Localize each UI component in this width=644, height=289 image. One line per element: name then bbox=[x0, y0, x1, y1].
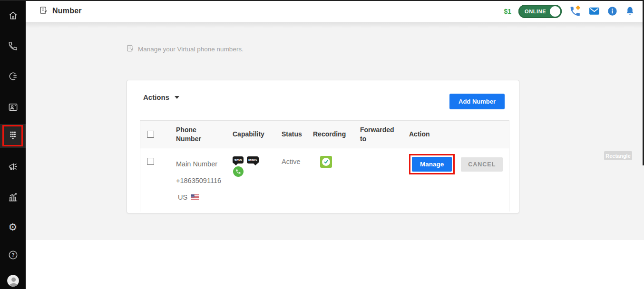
online-status-label: ONLINE bbox=[525, 9, 546, 14]
recording-cell bbox=[312, 148, 359, 212]
column-action: Action bbox=[409, 130, 430, 139]
subtitle-page-icon bbox=[126, 44, 134, 54]
help-icon: ? bbox=[8, 250, 19, 260]
sidebar-item-home[interactable] bbox=[0, 4, 26, 27]
rectangle-tool-tooltip: Rectangle bbox=[604, 151, 632, 160]
info-icon[interactable] bbox=[607, 6, 617, 16]
recording-enabled-icon[interactable] bbox=[320, 156, 332, 168]
sidebar-item-campaigns[interactable] bbox=[0, 155, 26, 178]
account-balance[interactable]: $1 bbox=[504, 8, 511, 15]
mms-capability-icon: MMS bbox=[247, 156, 259, 164]
call-history-icon bbox=[8, 71, 19, 82]
messages-icon[interactable] bbox=[588, 5, 600, 17]
dialpad-icon bbox=[8, 130, 18, 142]
sidebar-item-contacts[interactable] bbox=[0, 96, 26, 118]
avatar bbox=[7, 274, 20, 287]
capability-cell: sms MMS bbox=[231, 148, 278, 212]
manage-button[interactable]: Manage bbox=[412, 157, 452, 172]
chevron-down-icon bbox=[175, 96, 179, 99]
subtitle-text: Manage your Virtual phone numbers. bbox=[138, 46, 244, 53]
column-status: Status bbox=[282, 130, 302, 139]
window-top-border bbox=[0, 0, 644, 1]
column-recording: Recording bbox=[313, 130, 346, 139]
table-header-row: Phone Number Capability Status Recording… bbox=[140, 121, 509, 148]
sidebar-item-help[interactable]: ? bbox=[0, 243, 26, 266]
number-value: +18635091116 bbox=[176, 173, 231, 189]
status-cell: Active bbox=[278, 148, 312, 212]
sms-capability-icon: sms bbox=[233, 156, 244, 164]
forwarded-to-cell bbox=[359, 148, 408, 212]
megaphone-icon bbox=[7, 161, 19, 173]
dialer-phone-icon[interactable] bbox=[569, 5, 581, 18]
home-icon bbox=[8, 10, 19, 21]
svg-text:?: ? bbox=[11, 252, 14, 257]
us-flag-icon bbox=[191, 189, 199, 206]
actions-dropdown[interactable]: Actions bbox=[143, 93, 179, 101]
table-row: Main Number +18635091116 US bbox=[140, 148, 509, 212]
action-cell: Manage CANCEL bbox=[408, 148, 509, 212]
page-subtitle: Manage your Virtual phone numbers. bbox=[126, 44, 244, 54]
row-checkbox[interactable] bbox=[147, 158, 154, 165]
notifications-bell-icon[interactable] bbox=[624, 6, 635, 17]
bar-chart-icon bbox=[8, 192, 19, 202]
contacts-icon bbox=[8, 102, 19, 113]
sidebar-item-dialpad[interactable] bbox=[0, 124, 26, 148]
sidebar-item-settings[interactable]: ⚙ bbox=[0, 215, 26, 238]
gear-icon: ⚙ bbox=[9, 222, 18, 232]
numbers-table: Phone Number Capability Status Recording… bbox=[140, 120, 509, 212]
column-forwarded-to: Forwarded to bbox=[360, 125, 400, 144]
column-phone-number: Phone Number bbox=[176, 125, 205, 144]
add-number-button[interactable]: Add Number bbox=[449, 94, 505, 109]
page-header: Number $1 ONLINE bbox=[26, 0, 644, 22]
number-country: US bbox=[178, 189, 187, 206]
number-page-icon bbox=[39, 6, 48, 17]
sidebar-item-analytics[interactable] bbox=[0, 185, 26, 208]
column-capability: Capability bbox=[233, 130, 264, 139]
phone-number-cell: Main Number +18635091116 US bbox=[170, 148, 231, 212]
online-status-toggle[interactable]: ONLINE bbox=[518, 5, 562, 18]
voice-capability-icon bbox=[233, 166, 244, 177]
phone-icon bbox=[8, 41, 18, 51]
annotation-redbox-manage: Manage bbox=[409, 154, 455, 174]
status-badge: Active bbox=[282, 158, 301, 165]
sidebar-item-calls[interactable] bbox=[0, 35, 26, 58]
actions-dropdown-label: Actions bbox=[143, 93, 169, 101]
numbers-card: Actions Add Number Phone Number Capabili… bbox=[127, 80, 519, 213]
sidebar-item-profile[interactable] bbox=[0, 269, 26, 289]
sidebar-item-call-logs[interactable] bbox=[0, 65, 26, 87]
sidebar: ⚙ ? bbox=[0, 0, 26, 289]
page-title: Number bbox=[52, 7, 82, 15]
toggle-knob bbox=[550, 6, 560, 17]
select-all-checkbox[interactable] bbox=[147, 131, 154, 138]
number-name: Main Number bbox=[176, 156, 231, 173]
cancel-button[interactable]: CANCEL bbox=[461, 157, 503, 172]
content-background-bottom bbox=[26, 240, 644, 289]
